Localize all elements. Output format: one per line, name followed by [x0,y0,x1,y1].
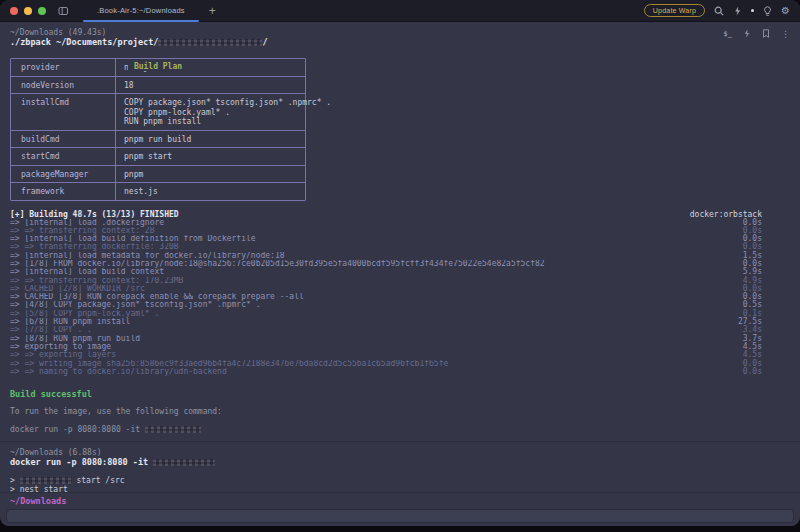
redacted-project-path [158,39,262,46]
build-plan-row: nodeVersion18 [11,76,305,94]
build-plan-rows: providernodejsnodeVersion18installCmdCOP… [11,59,305,200]
docker-log-line: => [5/8] COPY pnpm-lock.yaml* .0.1s [10,310,762,318]
traffic-lights [10,7,46,15]
terminal-body: $_ ⋮ ~/Downloads (49.43s) ./zbpack ~/Doc… [0,22,800,526]
build-plan-row: buildCmdpnpm run build [11,130,305,148]
docker-log-line: => => transferring context: 170.23MB4.9s [10,277,762,285]
terminal-tab[interactable]: .Book-Air-5:~/Downloads [83,0,199,22]
build-plan-row: startCmdpnpm start [11,147,305,165]
docker-log-line: => => transferring dockerfile: 320B0.0s [10,243,762,251]
docker-log-line: => [internal] load .dockerignore0.0s [10,219,762,227]
docker-log-line: => [internal] load metadata for docker.i… [10,252,762,260]
run-hint-command: docker run -p 8080:8080 -it [10,425,800,435]
docker-lines: => [internal] load .dockerignore0.0s=> =… [10,219,762,377]
docker-log-line: => [8/8] RUN pnpm run build3.7s [10,335,762,343]
build-plan-table: Build Plan providernodejsnodeVersion18in… [10,58,306,201]
block2-header: ~/Downloads (6.88s) [10,448,800,457]
command-input[interactable] [6,509,794,523]
update-warp-button[interactable]: Update Warp [644,4,705,17]
docker-log-line: => exporting to image4.5s [10,343,762,351]
docker-log-line: => CACHED [3/8] RUN corepack enable && c… [10,293,762,301]
gear-icon[interactable]: ⚙ [781,6,790,16]
docker-build-output: [+] Building 48.7s (13/13) FINISHED dock… [10,210,800,377]
docker-log-line: => => transferring context: 2B0.0s [10,227,762,235]
build-successful-message: Build successful [10,390,800,399]
launch-config-icon[interactable] [58,6,69,16]
redacted-image-name [153,459,215,466]
kebab-menu-icon[interactable]: ⋮ [781,30,790,38]
docker-log-line: => => writing image sha256:8586ec9f33aed… [10,360,762,368]
title-bar: .Book-Air-5:~/Downloads + Update Warp [0,0,800,22]
docker-status-line: [+] Building 48.7s (13/13) FINISHED dock… [10,210,762,219]
build-plan-title: Build Plan [11,54,305,73]
zoom-window-button[interactable] [38,7,46,15]
terminal-block-icon[interactable]: $_ [724,30,732,38]
current-input-block: ~/Downloads [0,492,800,526]
current-prompt-cwd: ~/Downloads [10,496,800,506]
docker-log-line: => [internal] load build context5.9s [10,268,762,276]
docker-log-line: => => naming to docker.io/library/udn-ba… [10,368,762,376]
docker-log-line: => [7/8] COPY . .3.4s [10,326,762,334]
building-status: [+] Building 48.7s (13/13) FINISHED [10,210,179,219]
docker-log-line: => [1/8] FROM docker.io/library/node:18@… [10,260,762,268]
npm-script-line: > start /src [10,476,800,485]
warp-terminal-window: .Book-Air-5:~/Downloads + Update Warp [0,0,800,526]
lightning-icon[interactable] [743,29,751,38]
docker-log-line: => => exporting layers4.5s [10,351,762,359]
build-plan-row: packageManagerpnpm [11,165,305,183]
docker-log-line: => [6/8] RUN pnpm install27.5s [10,318,762,326]
build-plan-row: installCmdCOPY package.json* tsconfig.js… [11,93,305,130]
build-plan-row: frameworknest.js [11,182,305,200]
run-hint: To run the image, use the following comm… [10,407,800,417]
block1-header: ~/Downloads (49.43s) [10,28,800,37]
close-window-button[interactable] [10,7,18,15]
search-icon[interactable] [714,6,724,16]
bulb-icon[interactable] [763,6,772,16]
tab-title: .Book-Air-5:~/Downloads [97,6,185,15]
docker-log-line: => [4/8] COPY package.json* tsconfig.jso… [10,301,762,309]
new-tab-button[interactable]: + [209,6,216,16]
minimize-window-button[interactable] [24,7,32,15]
redacted-image-name [145,426,201,433]
sparkle-icon[interactable] [733,6,742,16]
docker-log-line: => CACHED [2/8] WORKDIR /src0.0s [10,285,762,293]
notification-dot [751,9,754,12]
bookmark-icon[interactable] [762,29,770,38]
redacted-package-name [20,477,72,484]
docker-log-line: => [internal] load build definition from… [10,235,762,243]
block-divider [0,441,800,442]
docker-run-command: docker run -p 8080:8080 -it [10,457,800,468]
zbpack-command: ./zbpack ~/Documents/project// [10,37,800,48]
block-actions: $_ ⋮ [724,29,790,38]
